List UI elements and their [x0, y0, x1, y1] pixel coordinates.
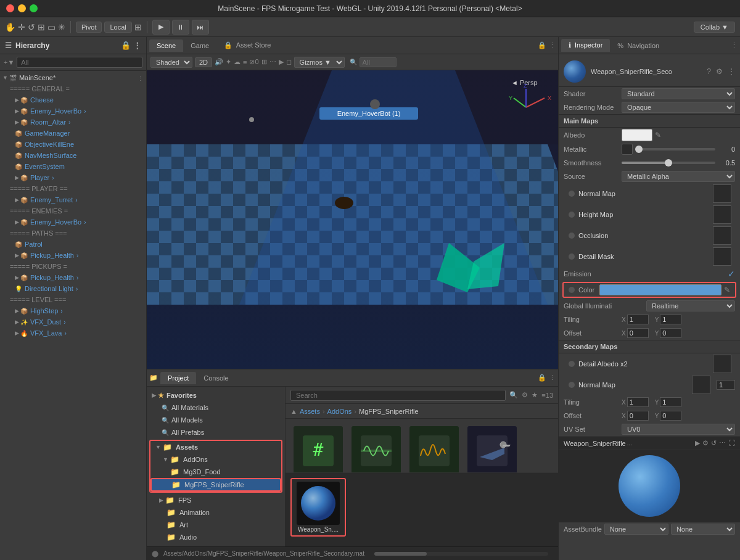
asset-bundle-variant-select[interactable]: None: [671, 524, 735, 535]
menu-dots-icon[interactable]: ⋮: [728, 67, 735, 76]
shaded-select[interactable]: Shaded: [150, 57, 192, 68]
hierarchy-item-enemy-turret[interactable]: ▶ 📦 Enemy_Turret ›: [0, 194, 146, 205]
color-eyedropper-icon[interactable]: ✎: [724, 286, 730, 294]
hierarchy-item-enemy-hoverbo-1[interactable]: ▶ 📦 Enemy_HoverBo ›: [0, 105, 146, 117]
tiling-y-input[interactable]: [660, 315, 681, 324]
fav-materials[interactable]: 🔍 All Materials: [147, 401, 285, 414]
animation-folder[interactable]: 📁 Animation: [147, 506, 285, 519]
addons-folder[interactable]: ▼ 📁 AddOns: [150, 453, 281, 466]
uv-set-select[interactable]: UV0: [622, 424, 735, 435]
multi-icon[interactable]: ✳: [58, 22, 65, 32]
detail-mask-box[interactable]: [713, 247, 731, 266]
metallic-slider-thumb[interactable]: [635, 146, 643, 153]
sec-normal-map-row[interactable]: Normal Map: [559, 374, 740, 395]
scene-lock-icon[interactable]: 🔒: [538, 41, 546, 49]
hierarchy-item-player-section[interactable]: ===== PLAYER ==: [0, 183, 146, 194]
albedo-color-swatch[interactable]: [622, 129, 652, 141]
inspector-menu-icon[interactable]: ⋮: [731, 41, 738, 49]
sec-tiling-y-input[interactable]: [660, 397, 681, 407]
gizmos-select[interactable]: Gizmos ▼: [294, 57, 345, 68]
detail-mask-row[interactable]: Detail Mask: [559, 246, 740, 267]
offset-y-input[interactable]: [660, 328, 681, 338]
hierarchy-item-mainscene[interactable]: ▼ 🎬 MainScene* ⋮: [0, 72, 146, 83]
preview-more-icon[interactable]: ⋯: [719, 439, 726, 447]
bottom-lock-icon[interactable]: 🔒: [538, 374, 546, 382]
select-icon[interactable]: ◻: [286, 58, 292, 66]
tab-scene[interactable]: Scene: [149, 39, 183, 52]
options-icon[interactable]: ⋮: [138, 75, 144, 81]
breadcrumb-addons[interactable]: AddOns: [327, 408, 352, 415]
preview-refresh-icon[interactable]: ↺: [711, 439, 717, 447]
preview-expand-icon[interactable]: ⛶: [728, 439, 735, 447]
metallic-slider[interactable]: [635, 148, 715, 150]
offset-x-input[interactable]: [627, 328, 649, 338]
asset-bundle-select[interactable]: None: [604, 524, 668, 535]
hierarchy-item-level-section[interactable]: ===== LEVEL ===: [0, 294, 146, 305]
occlusion-box[interactable]: [713, 226, 731, 245]
tab-asset-store[interactable]: 🔒 Asset Store: [216, 39, 278, 52]
gi-select[interactable]: Realtime: [646, 300, 735, 311]
collab-button[interactable]: Collab ▼: [694, 22, 735, 33]
star-filter-icon[interactable]: ★: [532, 391, 538, 399]
scene-search-input[interactable]: [360, 57, 397, 67]
pause-button[interactable]: ⏸: [172, 20, 189, 35]
favorites-section[interactable]: ▶ ★ Favorites: [147, 389, 285, 401]
tiling-x-input[interactable]: [627, 315, 649, 324]
play-icon-2[interactable]: ▶: [279, 58, 284, 66]
grid-icon[interactable]: ⊞: [261, 58, 267, 66]
rect-icon[interactable]: ▭: [47, 22, 56, 32]
lock-icon[interactable]: 🔒: [121, 41, 131, 50]
minimize-button[interactable]: [18, 4, 26, 12]
shader-select[interactable]: Standard: [622, 88, 735, 99]
hierarchy-item-patrol[interactable]: 📦 Patrol: [0, 239, 146, 250]
maximize-button[interactable]: [30, 4, 38, 12]
preview-settings-icon[interactable]: ⚙: [702, 439, 709, 447]
sky-icon[interactable]: ☁: [234, 58, 240, 66]
hand-icon[interactable]: ✋: [5, 22, 15, 32]
mgfps-folder[interactable]: 📁 MgFPS_SniperRifle: [150, 478, 281, 492]
preview-play-icon[interactable]: ▶: [695, 439, 700, 447]
close-button[interactable]: [6, 4, 14, 12]
sec-normal-input[interactable]: [717, 380, 735, 390]
hierarchy-item-eventsystem[interactable]: 📦 EventSystem: [0, 161, 146, 172]
detail-albedo-row[interactable]: Detail Albedo x2: [559, 353, 740, 374]
fog-icon[interactable]: ≡: [243, 59, 247, 66]
help-icon[interactable]: ?: [707, 67, 711, 76]
effects-icon[interactable]: ✦: [226, 58, 231, 66]
snap-icon[interactable]: ⊞: [134, 22, 142, 32]
hierarchy-item-pickup-1[interactable]: ▶ 📦 Pickup_Health ›: [0, 250, 146, 261]
mg3d-folder[interactable]: 📁 Mg3D_Food: [150, 466, 281, 478]
pivot-button[interactable]: Pivot: [76, 22, 102, 33]
tab-navigation[interactable]: % Navigation: [610, 39, 667, 52]
hierarchy-item-paths-section[interactable]: ===== PATHS ===: [0, 228, 146, 239]
selected-asset-large[interactable]: Weapon_Sn....: [290, 478, 346, 537]
hierarchy-item-navmesh[interactable]: 📦 NavMeshSurface: [0, 150, 146, 161]
rotate-icon[interactable]: ↺: [28, 22, 35, 32]
filter-icon[interactable]: ⚙: [522, 391, 528, 399]
tab-console[interactable]: Console: [196, 372, 236, 384]
eyedropper-icon[interactable]: ✎: [655, 131, 661, 139]
asset-rifle-effect[interactable]: # RifleEffect....: [290, 424, 346, 472]
sec-normal-box[interactable]: [692, 376, 710, 394]
more-icon[interactable]: ⋯: [269, 58, 276, 66]
assets-search-input[interactable]: [290, 390, 506, 401]
hierarchy-item-enemy-hoverbo-2[interactable]: ▶ 📦 Enemy_HoverBo ›: [0, 216, 146, 228]
rendering-mode-select[interactable]: Opaque: [622, 102, 735, 113]
occlusion-row[interactable]: Occlusion: [559, 225, 740, 246]
breadcrumb-assets[interactable]: Assets: [300, 408, 320, 415]
hierarchy-item-pickups-section[interactable]: ===== PICKUPS =: [0, 261, 146, 272]
hierarchy-item-objective[interactable]: 📦 ObjectiveKillEne: [0, 139, 146, 150]
asset-weapon-anim[interactable]: Weapon_Sn....: [464, 424, 520, 472]
hierarchy-item-player[interactable]: ▶ 📦 Player ›: [0, 172, 146, 183]
move-icon[interactable]: ✛: [18, 22, 25, 32]
art-folder[interactable]: 📁 Art: [147, 519, 285, 531]
emission-checkmark[interactable]: ✓: [728, 269, 735, 279]
height-map-box[interactable]: [713, 205, 731, 224]
hierarchy-item-vfx-lava[interactable]: ▶ 🔥 VFX_Lava ›: [0, 327, 146, 339]
normal-map-box[interactable]: [713, 184, 731, 203]
assets-folder[interactable]: ▼ 📁 Assets: [150, 441, 281, 453]
breadcrumb-up-icon[interactable]: ▲: [290, 408, 297, 415]
sec-offset-y-input[interactable]: [660, 411, 681, 421]
color-swatch[interactable]: [599, 284, 722, 295]
scene-viewport[interactable]: Enemy_HoverBot (1) ◄ Persp X Y Z: [147, 70, 558, 369]
